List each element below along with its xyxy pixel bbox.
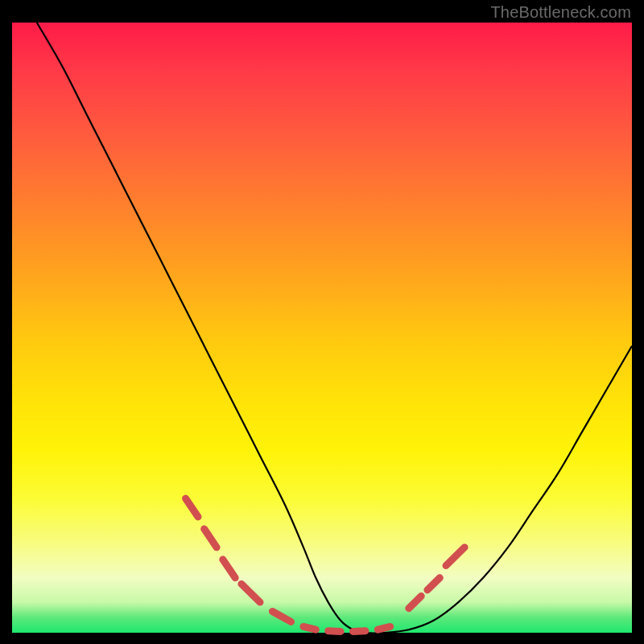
highlight-segment (378, 626, 390, 630)
bottleneck-curve (37, 23, 632, 634)
chart-frame: TheBottleneck.com (0, 0, 644, 644)
highlight-segment (328, 631, 341, 632)
highlight-segment (353, 631, 365, 632)
highlight-segment (409, 597, 421, 609)
attribution-label: TheBottleneck.com (490, 3, 631, 22)
highlight-segment (223, 559, 235, 578)
highlight-segment (204, 529, 217, 547)
highlight-segments (186, 498, 464, 631)
highlight-segment (186, 498, 198, 517)
highlight-segment (427, 578, 440, 590)
highlight-segment (446, 547, 464, 566)
highlight-segment (242, 584, 260, 602)
highlight-segment (303, 626, 316, 630)
curve-layer (12, 23, 632, 633)
highlight-segment (272, 612, 291, 622)
